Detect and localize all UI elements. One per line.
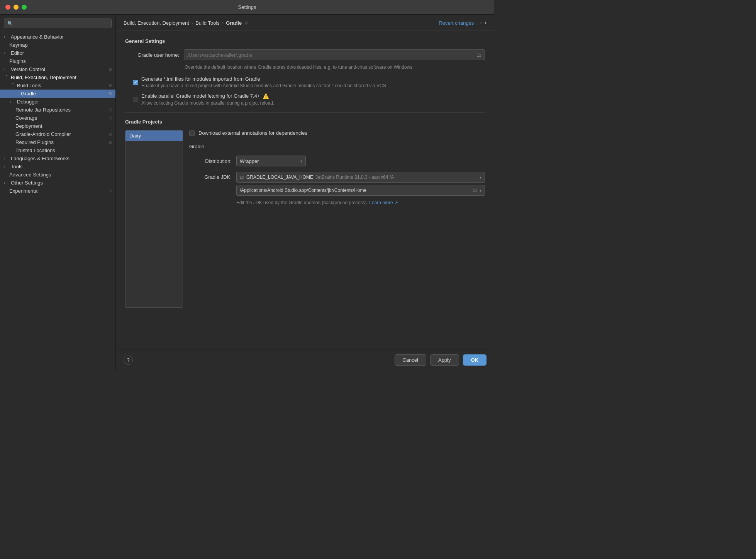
jdk-field-wrap: 🗂 GRADLE_LOCAL_JAVA_HOME JetBrains Runti… [236, 172, 485, 206]
sidebar-item-version-control[interactable]: › Version Control ⊟ [0, 65, 115, 73]
sidebar-item-label: Appearance & Behavior [11, 34, 112, 40]
chevron-icon: › [10, 100, 15, 104]
sidebar-item-label: Gradle [21, 91, 107, 97]
sidebar-item-label: Keymap [9, 42, 112, 48]
sidebar-item-languages-frameworks[interactable]: › Languages & Frameworks [0, 154, 115, 163]
checkbox1-content: Generate *.iml files for modules importe… [141, 76, 485, 89]
projects-list: Dairy [125, 130, 183, 308]
sidebar-item-label: Editor [11, 50, 112, 56]
folder-icon[interactable]: 🗂 [476, 52, 481, 58]
sidebar-item-keymap[interactable]: Keymap [0, 41, 115, 49]
sidebar-item-appearance[interactable]: › Appearance & Behavior [0, 33, 115, 41]
jdk-label: Gradle JDK: [189, 174, 232, 180]
jdk-row: Gradle JDK: 🗂 GRADLE_LOCAL_JAVA_HOME Jet… [189, 172, 485, 206]
pin-icon: ⊟ [108, 108, 112, 112]
search-icon: 🔍 [7, 21, 13, 26]
sidebar-item-required-plugins[interactable]: Required Plugins ⊟ [0, 138, 115, 146]
gradle-user-home-input[interactable] [187, 52, 474, 58]
checkbox1[interactable] [133, 80, 138, 85]
chevron-icon: › [4, 181, 9, 185]
maximize-button[interactable] [22, 5, 27, 10]
gradle-subtitle: Gradle [189, 144, 485, 149]
sidebar: 🔍 › Appearance & Behavior Keymap › Edito… [0, 15, 116, 371]
project-list-item-dairy[interactable]: Dairy [125, 130, 183, 141]
sidebar-item-build-exec-deploy[interactable]: › Build, Execution, Deployment [0, 73, 115, 81]
sidebar-item-tools[interactable]: › Tools [0, 163, 115, 171]
gradle-user-home-label: Gradle user home: [125, 52, 179, 58]
sidebar-item-advanced-settings[interactable]: Advanced Settings [0, 171, 115, 179]
revert-changes-button[interactable]: Revert changes [439, 20, 474, 26]
nav-arrows: ‹ › [480, 19, 486, 26]
pin-icon: ⊟ [108, 140, 112, 144]
distribution-dropdown[interactable]: Wrapper ▾ [236, 156, 306, 166]
download-checkbox[interactable] [189, 130, 195, 136]
jdk-path-folder-icon[interactable]: 🗂 [473, 188, 477, 193]
warning-icon: ⚠️ [263, 93, 269, 99]
chevron-icon: › [4, 51, 9, 55]
sidebar-item-editor[interactable]: › Editor [0, 49, 115, 57]
gradle-home-hint: Override the default location where Grad… [185, 64, 485, 71]
breadcrumb-sep2: › [222, 20, 224, 26]
minimize-button[interactable] [14, 5, 19, 10]
checkbox2-hint: Allow collecting Gradle models in parall… [141, 100, 485, 107]
sidebar-item-debugger[interactable]: › Debugger [0, 98, 115, 106]
jdk-learn-more-link[interactable]: Learn more ↗ [369, 200, 398, 205]
search-box[interactable]: 🔍 [4, 19, 112, 28]
sidebar-item-label: Required Plugins [15, 139, 107, 145]
sidebar-item-label: Coverage [15, 115, 107, 121]
jdk-dropdown[interactable]: 🗂 GRADLE_LOCAL_JAVA_HOME JetBrains Runti… [236, 172, 485, 183]
main-content: 🔍 › Appearance & Behavior Keymap › Edito… [0, 15, 494, 371]
close-button[interactable] [5, 5, 10, 10]
sidebar-item-label: Build, Execution, Deployment [11, 75, 112, 80]
sidebar-item-label: Other Settings [11, 180, 112, 186]
checkbox1-wrap: Generate *.iml files for modules importe… [133, 76, 485, 89]
panel-header: Build, Execution, Deployment › Build Too… [116, 15, 494, 30]
download-label: Download external annotations for depend… [198, 130, 307, 136]
distribution-row: Distribution: Wrapper ▾ [189, 156, 485, 166]
cancel-button[interactable]: Cancel [395, 354, 426, 366]
checkbox2[interactable] [133, 97, 138, 102]
sidebar-item-label: Version Control [11, 66, 107, 72]
sidebar-item-gradle-android[interactable]: Gradle-Android Compiler ⊟ [0, 130, 115, 138]
panel-body: General Settings Gradle user home: 🗂 Ove… [116, 30, 494, 349]
sidebar-item-label: Experimental [9, 188, 107, 194]
jdk-path: /Applications/Android Studio.app/Content… [240, 188, 470, 193]
jdk-hint-text: Edit the JDK used by the Gradle daemon (… [236, 200, 368, 205]
sidebar-item-trusted-locations[interactable]: Trusted Locations [0, 146, 115, 154]
search-input[interactable] [15, 20, 108, 26]
jdk-dropdown-arrow-icon: ▾ [480, 175, 481, 180]
gradle-projects-title: Gradle Projects [125, 119, 485, 125]
jdk-folder-icon: 🗂 [240, 175, 244, 180]
sidebar-item-remote-jar[interactable]: Remote Jar Repositories ⊟ [0, 106, 115, 114]
header-actions: Revert changes ‹ › [439, 19, 486, 26]
breadcrumb-pin-icon: ⊟ [245, 21, 248, 25]
checkbox2-wrap: Enable parallel Gradle model fetching fo… [133, 93, 485, 107]
pin-icon: ⊟ [108, 132, 112, 136]
ok-button[interactable]: OK [463, 354, 487, 366]
back-arrow-icon[interactable]: ‹ [480, 19, 482, 26]
help-button[interactable]: ? [124, 356, 133, 365]
pin-icon: ⊟ [108, 83, 112, 88]
sidebar-item-deployment[interactable]: Deployment [0, 122, 115, 130]
sidebar-item-label: Build Tools [17, 83, 107, 88]
checkbox2-label: Enable parallel Gradle model fetching fo… [141, 93, 260, 99]
sidebar-item-build-tools[interactable]: › Build Tools ⊟ [0, 81, 115, 90]
checkbox1-hint: Enable if you have a mixed project with … [141, 83, 485, 89]
pin-icon: ⊟ [108, 91, 112, 96]
jdk-path-wrap: /Applications/Android Studio.app/Content… [236, 185, 485, 196]
breadcrumb-part1: Build, Execution, Deployment [124, 20, 189, 26]
window-title: Settings [238, 4, 256, 10]
sidebar-item-experimental[interactable]: Experimental ⊟ [0, 187, 115, 195]
forward-arrow-icon[interactable]: › [485, 19, 486, 26]
dropdown-arrow-icon: ▾ [300, 159, 302, 163]
sidebar-item-gradle[interactable]: Gradle ⊟ [0, 90, 115, 98]
window-controls [5, 5, 27, 10]
breadcrumb-part2: Build Tools [195, 20, 220, 26]
sidebar-item-coverage[interactable]: Coverage ⊟ [0, 114, 115, 122]
pin-icon: ⊟ [108, 67, 112, 71]
nav-tree: › Appearance & Behavior Keymap › Editor … [0, 31, 115, 196]
apply-button[interactable]: Apply [430, 354, 459, 366]
sidebar-item-plugins[interactable]: Plugins [0, 57, 115, 65]
bottom-actions: Cancel Apply OK [395, 354, 487, 366]
sidebar-item-other-settings[interactable]: › Other Settings [0, 179, 115, 187]
